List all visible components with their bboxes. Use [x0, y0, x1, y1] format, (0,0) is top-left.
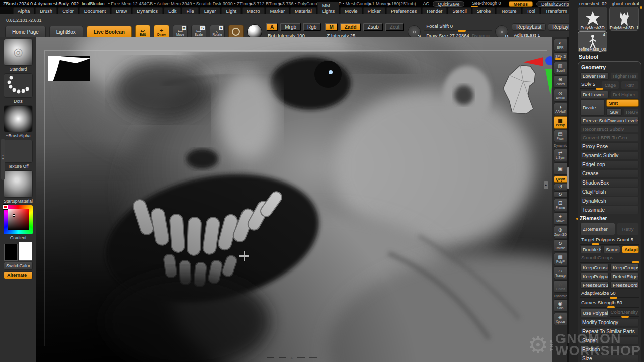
menu-picker[interactable]: Picker: [363, 7, 385, 14]
curves-strength-slider[interactable]: Curves Strength 50: [580, 299, 639, 308]
live-boolean-button[interactable]: Live Boolean: [87, 26, 132, 38]
rshelf-spix-slider[interactable]: SPix 3: [554, 52, 568, 61]
current-brush-tile[interactable]: ◎: [4, 39, 33, 66]
reconstruct-subdiv-button[interactable]: Reconstruct Subdiv: [580, 125, 639, 133]
zremesher-button[interactable]: ZRemesher: [580, 223, 615, 235]
rshelf-zoom3d[interactable]: ⊕Zoom3D: [554, 226, 568, 238]
replay-last-button[interactable]: ReplayLast: [512, 23, 546, 31]
menu-draw[interactable]: Draw: [111, 7, 131, 14]
current-texture-tile[interactable]: [4, 140, 33, 163]
rshelf-scroll[interactable]: ▥Scroll: [554, 62, 568, 74]
draw-mode-button[interactable]: +Draw: [154, 25, 169, 39]
menu-tool[interactable]: Tool: [522, 7, 540, 14]
geo-section-shadowbox[interactable]: ShadowBox: [580, 178, 639, 187]
divide-button[interactable]: Divide: [580, 99, 605, 116]
rshelf-rotate[interactable]: ↻Rotate: [554, 239, 568, 252]
menu-marker[interactable]: Marker: [266, 7, 290, 14]
rshelf-move[interactable]: +Move: [554, 212, 568, 225]
tool-thumb-polymesh3d-1[interactable]: PolyMesh3D_1: [609, 7, 639, 31]
home-page-button[interactable]: Home Page: [5, 26, 46, 38]
edit-mode-button[interactable]: ▱Edit: [135, 25, 150, 39]
zcut-button[interactable]: Zcut: [385, 23, 404, 31]
menu-edit[interactable]: Edit: [164, 7, 181, 14]
menu-light[interactable]: Light: [221, 7, 241, 14]
geo-section-dynamic-subdiv[interactable]: Dynamic Subdiv: [580, 151, 639, 160]
menu-render[interactable]: Render: [422, 7, 447, 14]
use-polypaint-button[interactable]: Use Polypaint: [580, 309, 608, 317]
keep-groups-button[interactable]: KeepGroups: [610, 264, 639, 272]
menu-material[interactable]: Material: [290, 7, 316, 14]
zr-section-position[interactable]: Position: [580, 345, 639, 354]
tool-name-ghoul[interactable]: ghoul_neutral: [612, 1, 639, 6]
current-alpha-tile[interactable]: [4, 105, 33, 132]
rshelf-rotate-cw-icon[interactable]: ↻: [554, 191, 568, 198]
geo-section-proxy-pose[interactable]: Proxy Pose: [580, 142, 639, 151]
dots-dial-icon[interactable]: D: [495, 25, 508, 38]
rshelf-local-symmetry-lock-icon[interactable]: ▣: [554, 162, 568, 175]
geometry-section-header[interactable]: Geometry: [580, 63, 639, 71]
rstr-button[interactable]: Rstr: [621, 81, 639, 89]
rshelf-persp[interactable]: ▦Persp: [554, 116, 568, 129]
rshelf-frame[interactable]: ⊡Frame: [554, 199, 568, 211]
rshelf-rotate-ccw-icon[interactable]: ↺: [554, 184, 568, 190]
geo-section-edgeloop[interactable]: EdgeLoop: [580, 160, 639, 169]
smooth-groups-slider[interactable]: SmoothGroups: [580, 254, 639, 263]
sdiv-slider[interactable]: SDiv 5: [580, 81, 600, 89]
zadd-button[interactable]: Zadd: [340, 23, 361, 31]
see-through-slider[interactable]: See-through 0: [468, 1, 505, 7]
zremesher-section-header[interactable]: ZRemesher: [580, 215, 639, 222]
del-lower-button[interactable]: Del Lower: [580, 90, 609, 98]
suv-button[interactable]: Suv: [606, 108, 622, 116]
rgb-button[interactable]: Rgb: [303, 23, 321, 31]
saturation-square[interactable]: [8, 209, 29, 230]
geo-section-claypolish[interactable]: ClayPolish: [580, 188, 639, 196]
color-picker[interactable]: [4, 205, 33, 234]
rotate-mode-button[interactable]: R◟Rotate: [210, 25, 225, 39]
rshelf-zoom[interactable]: ⊕Zoom: [554, 75, 568, 88]
active-tool-thumb[interactable]: 4 refinePass_00: [578, 31, 607, 52]
right-tray-toggle-arrow[interactable]: ▸: [544, 181, 548, 189]
target-polygons-slider[interactable]: Target Polygons Count 5: [580, 236, 639, 245]
sculpt-viewport[interactable]: ▴ ▸: [36, 37, 552, 362]
alpha-channel-chip[interactable]: A: [266, 23, 278, 31]
menu-layer[interactable]: Layer: [200, 7, 221, 14]
del-higher-button[interactable]: Del Higher: [610, 90, 639, 98]
camera-nav-widget[interactable]: [499, 52, 552, 138]
current-brush-button[interactable]: [228, 25, 244, 39]
rshelf-ghost[interactable]: ◌Ghost: [554, 280, 568, 293]
detect-edges-button[interactable]: DetectEdges: [610, 273, 639, 280]
rshelf-bpr[interactable]: ◐BPR: [554, 39, 568, 51]
secondary-color-swatch[interactable]: [19, 242, 32, 261]
zsub-button[interactable]: Zsub: [363, 23, 383, 31]
menu-movie[interactable]: Movie: [340, 7, 362, 14]
quicksave-button[interactable]: QuickSave: [433, 1, 465, 7]
timeline-ticks[interactable]: ▴: [267, 356, 317, 359]
focal-shift-slider[interactable]: Focal Shift 0: [424, 23, 492, 31]
rshelf-floor[interactable]: ▤Floor: [554, 130, 568, 142]
menu-texture[interactable]: Texture: [496, 7, 521, 14]
double-half-button[interactable]: Double Half: [580, 246, 602, 253]
color-density-slider[interactable]: ColorDensity: [610, 309, 639, 317]
mrgb-button[interactable]: Mrgb: [280, 23, 301, 31]
alternate-button[interactable]: Alternate: [4, 271, 33, 279]
adapt-button[interactable]: Adapt: [622, 246, 639, 253]
rshelf-transp[interactable]: ▱Transp: [554, 266, 568, 279]
menu-document[interactable]: Document: [79, 7, 110, 14]
rshelf-qxyz[interactable]: Qxyz: [554, 176, 568, 183]
menu-file[interactable]: File: [182, 7, 198, 14]
subtool-section-header[interactable]: Subtool: [578, 52, 641, 61]
keep-polypaint-button[interactable]: KeepPolypaint: [580, 273, 609, 280]
freeze-groups-button[interactable]: FreezeGroups: [580, 281, 609, 289]
higher-res-button[interactable]: Higher Res: [610, 72, 639, 80]
retry-button[interactable]: Retry: [617, 223, 639, 235]
main-color-swatch[interactable]: [4, 244, 18, 261]
zr-section-repeat-to-similar-parts[interactable]: Repeat To Similar Parts: [580, 327, 639, 336]
menu-macro[interactable]: Macro: [242, 7, 264, 14]
menu-stroke[interactable]: Stroke: [472, 7, 495, 14]
tool-thumb-polymesh3d[interactable]: PolyMesh3D: [578, 7, 607, 31]
rshelf-aahalf[interactable]: ◑AAHalf: [554, 103, 568, 115]
rshelf-actual[interactable]: ⊙Actual: [554, 89, 568, 102]
geo-section-dynamesh[interactable]: DynaMesh: [580, 197, 639, 205]
rshelf-l-sym[interactable]: ⇄L.Sym: [554, 149, 568, 161]
tool-name-remeshed[interactable]: remeshed_02: [579, 1, 607, 6]
